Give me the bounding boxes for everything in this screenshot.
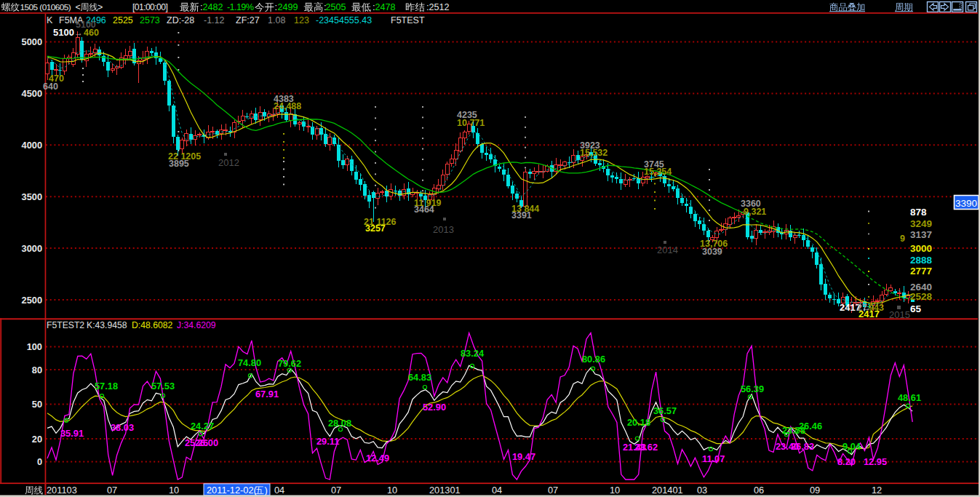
svg-text:3137: 3137 (910, 229, 932, 240)
svg-text:ZD:-28: ZD:-28 (167, 15, 194, 25)
svg-text:24,488: 24,488 (274, 101, 301, 111)
svg-text:79.62: 79.62 (278, 358, 301, 369)
svg-text:3500: 3500 (22, 191, 42, 202)
svg-text:8.20: 8.20 (837, 456, 856, 467)
svg-text:2573: 2573 (140, 15, 160, 25)
svg-text:3464: 3464 (414, 204, 434, 215)
svg-text:10 771: 10 771 (457, 118, 485, 128)
svg-text:3000: 3000 (22, 243, 42, 254)
svg-text:26.83: 26.83 (791, 441, 814, 452)
svg-text:1.08: 1.08 (268, 15, 285, 25)
svg-text:03: 03 (697, 485, 707, 496)
svg-text:2777: 2777 (910, 266, 932, 277)
svg-text:5000: 5000 (22, 36, 42, 47)
svg-text:10: 10 (387, 485, 397, 496)
svg-text:28.08: 28.08 (328, 418, 351, 429)
svg-text:26.00: 26.00 (195, 437, 218, 448)
svg-text:9: 9 (900, 234, 905, 244)
svg-text:2011-12-02(: 2011-12-02( (207, 485, 258, 496)
svg-text:-23454555.43: -23454555.43 (316, 15, 372, 25)
svg-text:3000: 3000 (910, 243, 932, 254)
svg-text:64.83: 64.83 (408, 372, 431, 383)
svg-text:ZF:27: ZF:27 (236, 15, 260, 25)
svg-text:): ) (265, 485, 268, 496)
svg-text:12.49: 12.49 (366, 453, 389, 464)
svg-text:2012: 2012 (218, 157, 239, 168)
svg-text:F5TEST2: F5TEST2 (47, 320, 84, 330)
svg-text:878: 878 (910, 207, 927, 218)
svg-text:<: < (76, 2, 81, 12)
svg-text:3039: 3039 (702, 247, 722, 257)
svg-text:K: K (47, 15, 53, 25)
svg-text:09: 09 (810, 485, 820, 496)
svg-text:2013: 2013 (433, 224, 454, 235)
svg-text:36.57: 36.57 (653, 405, 677, 416)
svg-text:3895: 3895 (169, 159, 189, 169)
svg-text:3390: 3390 (955, 198, 977, 209)
svg-text:2499: 2499 (278, 2, 298, 12)
svg-text:20.18: 20.18 (627, 417, 650, 428)
svg-text:35.91: 35.91 (60, 428, 84, 439)
svg-text:52.90: 52.90 (423, 402, 446, 413)
svg-text:1505 (010605): 1505 (010605) (20, 2, 71, 12)
svg-text:38.03: 38.03 (111, 422, 134, 433)
svg-text:50: 50 (32, 399, 42, 410)
svg-text:D:48.6082: D:48.6082 (132, 320, 172, 330)
svg-text:2888: 2888 (910, 255, 933, 266)
svg-text:2478: 2478 (375, 2, 396, 12)
svg-text:20: 20 (32, 434, 42, 445)
svg-text:26.46: 26.46 (799, 421, 822, 432)
svg-text:2417: 2417 (859, 309, 880, 319)
svg-text:201301: 201301 (429, 485, 461, 496)
svg-text:640: 640 (43, 81, 58, 92)
svg-text:[01:00:00]: [01:00:00] (132, 2, 167, 12)
svg-text:>: > (97, 2, 103, 12)
svg-text:2528: 2528 (910, 291, 933, 302)
svg-text:83.24: 83.24 (461, 348, 485, 359)
svg-text:80.86: 80.86 (582, 354, 605, 365)
svg-text:2500: 2500 (22, 295, 42, 306)
svg-text:9.04: 9.04 (842, 441, 861, 452)
svg-text:201401: 201401 (652, 485, 683, 496)
svg-text:80: 80 (32, 365, 42, 375)
svg-text:56.39: 56.39 (741, 383, 764, 394)
svg-text:4000: 4000 (22, 140, 42, 151)
svg-text:48.61: 48.61 (898, 392, 921, 403)
svg-text:2505: 2505 (326, 2, 346, 12)
svg-text:3249: 3249 (910, 218, 932, 229)
svg-text:15,532: 15,532 (580, 148, 607, 158)
svg-text:0: 0 (37, 456, 42, 467)
svg-text:23.62: 23.62 (634, 442, 658, 453)
svg-text:07: 07 (548, 485, 558, 496)
svg-text:65: 65 (910, 303, 922, 314)
svg-text:100: 100 (27, 341, 42, 352)
svg-text:F5TEST: F5TEST (391, 15, 425, 25)
svg-text:460: 460 (84, 28, 99, 38)
svg-text:10: 10 (610, 485, 620, 496)
svg-text:04: 04 (492, 485, 502, 496)
svg-text:3391: 3391 (511, 210, 532, 220)
svg-text:07: 07 (331, 485, 341, 496)
svg-text:2482: 2482 (203, 2, 223, 12)
svg-text:12: 12 (872, 485, 882, 496)
svg-text:11.07: 11.07 (702, 453, 725, 464)
svg-text:74.80: 74.80 (238, 357, 261, 368)
svg-text:5100: 5100 (53, 27, 74, 38)
svg-text:24.27: 24.27 (191, 421, 214, 432)
svg-text:→: → (74, 28, 83, 38)
svg-text:12.95: 12.95 (864, 456, 887, 467)
svg-text:4500: 4500 (22, 88, 42, 99)
svg-text:57.18: 57.18 (95, 381, 118, 391)
svg-text:29.11: 29.11 (316, 436, 339, 447)
svg-text:2512: 2512 (429, 2, 450, 12)
svg-text:J:34.6209: J:34.6209 (177, 320, 216, 330)
svg-text:19.47: 19.47 (512, 451, 535, 462)
svg-text:123: 123 (294, 15, 309, 25)
svg-text:2014: 2014 (657, 244, 678, 255)
svg-text:9,321: 9,321 (744, 207, 766, 217)
svg-text:-1.12: -1.12 (204, 15, 225, 25)
svg-text:06: 06 (754, 485, 764, 496)
svg-text:201103: 201103 (47, 485, 77, 496)
svg-text:K:43.9458: K:43.9458 (87, 320, 127, 330)
svg-text:15,354: 15,354 (644, 167, 672, 177)
